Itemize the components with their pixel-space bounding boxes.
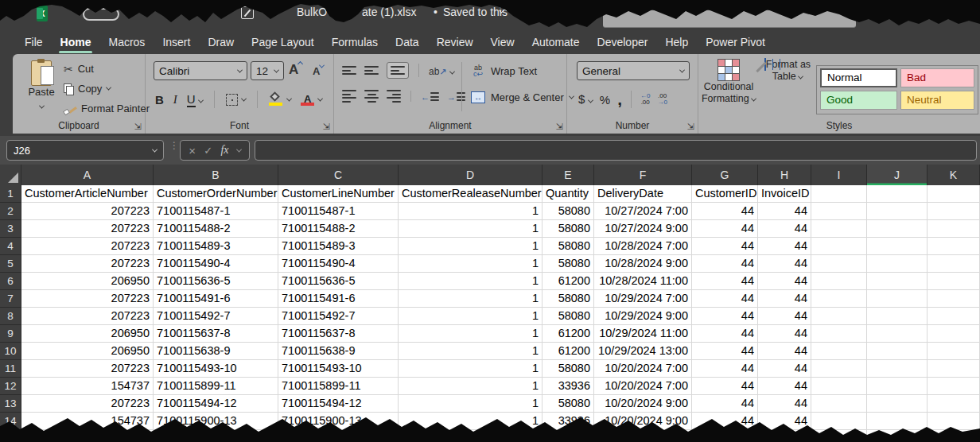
cell-G7[interactable]: 44: [692, 290, 758, 308]
cell-C6[interactable]: 7100115636-5: [278, 273, 399, 290]
cell-D3[interactable]: 1: [399, 220, 542, 238]
cell-A11[interactable]: 207223: [21, 360, 154, 378]
cell-I3[interactable]: [811, 220, 867, 238]
cell-H15[interactable]: [758, 430, 811, 442]
cell-F10[interactable]: 10/29/2024 13:00: [594, 343, 692, 360]
cell-B8[interactable]: 7100115492-7: [154, 308, 278, 325]
cell-G9[interactable]: 44: [692, 325, 758, 343]
cell-E15[interactable]: [542, 430, 594, 442]
cell-K6[interactable]: [928, 273, 980, 290]
column-header-E[interactable]: E: [542, 165, 594, 185]
cell-J14[interactable]: [867, 413, 928, 430]
cell-J10[interactable]: [867, 343, 928, 360]
increase-indent-button[interactable]: →: [447, 89, 465, 103]
cell-I13[interactable]: [811, 395, 867, 413]
cell-F4[interactable]: 10/28/2024 7:00: [594, 238, 692, 255]
cell-F11[interactable]: 10/20/2024 7:00: [594, 360, 692, 378]
cell-I5[interactable]: [811, 255, 867, 273]
row-header-5[interactable]: 5: [0, 255, 21, 273]
cell-F6[interactable]: 10/28/2024 11:00: [594, 273, 692, 290]
row-header-6[interactable]: 6: [0, 273, 21, 290]
cell-J1[interactable]: [867, 185, 928, 203]
cell-D7[interactable]: 1: [399, 290, 542, 308]
italic-button[interactable]: I: [173, 93, 177, 107]
cell-D6[interactable]: 1: [399, 273, 542, 290]
row-header-2[interactable]: 2: [0, 203, 21, 220]
cell-G10[interactable]: 44: [692, 343, 758, 360]
cell-C4[interactable]: 7100115489-3: [278, 238, 399, 255]
cell-style-neutral[interactable]: Neutral: [900, 91, 974, 110]
cell-H2[interactable]: 44: [758, 203, 811, 220]
cell-H3[interactable]: 44: [758, 220, 811, 238]
formula-bar-handle[interactable]: ⋮: [169, 143, 174, 148]
cell-I9[interactable]: [811, 325, 867, 343]
cell-H12[interactable]: 44: [758, 378, 811, 395]
cell-K15[interactable]: [928, 430, 980, 442]
align-left-button[interactable]: [342, 90, 356, 103]
column-header-F[interactable]: F: [594, 165, 692, 185]
cell-A2[interactable]: 207223: [21, 203, 154, 220]
cell-K12[interactable]: [928, 378, 980, 395]
decrease-font-button[interactable]: A: [313, 64, 324, 78]
cell-A8[interactable]: 207223: [21, 308, 154, 325]
cell-G8[interactable]: 44: [692, 308, 758, 325]
cell-K8[interactable]: [928, 308, 980, 325]
cell-F8[interactable]: 10/29/2024 9:00: [594, 308, 692, 325]
cell-J4[interactable]: [867, 238, 928, 255]
cancel-button[interactable]: ×: [189, 144, 196, 157]
cell-K11[interactable]: [928, 360, 980, 378]
cell-J12[interactable]: [867, 378, 928, 395]
autosave-toggle[interactable]: [83, 8, 119, 21]
row-header-14[interactable]: 14: [0, 413, 21, 430]
number-dialog-launcher[interactable]: ⇲: [687, 122, 694, 131]
column-header-C[interactable]: C: [278, 165, 399, 185]
cell-I1[interactable]: [811, 185, 867, 203]
cell-J7[interactable]: [867, 290, 928, 308]
cell-G5[interactable]: 44: [692, 255, 758, 273]
cell-A14[interactable]: 154737: [21, 413, 154, 430]
tab-macros[interactable]: Macros: [99, 32, 154, 54]
cell-F15[interactable]: [594, 430, 692, 442]
cell-H4[interactable]: 44: [758, 238, 811, 255]
cell-I2[interactable]: [811, 203, 867, 220]
column-header-A[interactable]: A: [21, 165, 154, 185]
cell-C1[interactable]: CustomerLineNumber: [278, 185, 399, 203]
cell-D4[interactable]: 1: [399, 238, 542, 255]
cell-E4[interactable]: 58080: [542, 238, 594, 255]
cell-G13[interactable]: 44: [692, 395, 758, 413]
cell-C11[interactable]: 7100115493-10: [278, 360, 399, 378]
enter-button[interactable]: ✓: [204, 145, 212, 157]
cell-C15[interactable]: [278, 430, 399, 442]
cell-A9[interactable]: 206950: [21, 325, 154, 343]
formula-input[interactable]: [255, 140, 977, 161]
cell-C7[interactable]: 7100115491-6: [278, 290, 399, 308]
row-header-8[interactable]: 8: [0, 308, 21, 325]
cell-J5[interactable]: [867, 255, 928, 273]
cut-button[interactable]: ✂Cut: [64, 59, 150, 79]
cell-G6[interactable]: 44: [692, 273, 758, 290]
format-as-table-button[interactable]: Format as Table: [759, 59, 816, 83]
tab-help[interactable]: Help: [656, 32, 697, 54]
font-name-select[interactable]: Calibri: [154, 61, 247, 80]
row-header-11[interactable]: 11: [0, 360, 21, 378]
cell-D12[interactable]: 1: [399, 378, 542, 395]
cell-C3[interactable]: 7100115488-2: [278, 220, 399, 238]
tab-file[interactable]: File: [16, 32, 52, 54]
cell-C12[interactable]: 7100115899-11: [278, 378, 399, 395]
tab-data[interactable]: Data: [387, 32, 428, 54]
cell-E11[interactable]: 58080: [542, 360, 594, 378]
cell-I8[interactable]: [811, 308, 867, 325]
underline-button[interactable]: U: [187, 92, 203, 107]
cell-F5[interactable]: 10/28/2024 9:00: [594, 255, 692, 273]
bottom-align-button[interactable]: [387, 62, 409, 79]
cell-B15[interactable]: [154, 430, 278, 442]
percent-format-button[interactable]: %: [600, 93, 610, 107]
cell-J6[interactable]: [867, 273, 928, 290]
cell-G4[interactable]: 44: [692, 238, 758, 255]
cell-style-good[interactable]: Good: [820, 91, 897, 110]
fill-color-button[interactable]: [269, 93, 291, 106]
column-header-D[interactable]: D: [399, 165, 542, 185]
borders-button[interactable]: [226, 94, 246, 106]
cell-A1[interactable]: CustomerArticleNumber: [21, 185, 154, 203]
copy-chevron-icon[interactable]: [106, 85, 111, 91]
